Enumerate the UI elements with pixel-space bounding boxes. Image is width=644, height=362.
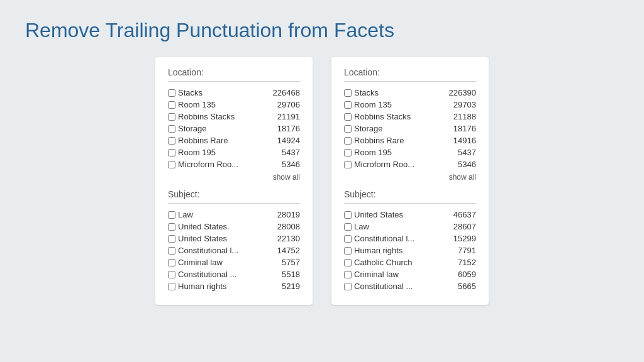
list-item: Criminal law6059 (344, 268, 476, 280)
list-item: Stacks226468 (168, 87, 300, 99)
list-item: Constitutional l...14752 (168, 244, 300, 256)
facet-name: Stacks (178, 88, 270, 97)
facet-count: 7791 (451, 246, 476, 255)
facet-checkbox[interactable] (344, 235, 352, 243)
facet-checkbox[interactable] (344, 211, 352, 219)
facet-count: 21188 (451, 112, 476, 121)
facet-count: 28607 (451, 222, 476, 231)
facet-name: Room 195 (178, 148, 272, 157)
facet-name: Constitutional ... (178, 270, 272, 279)
cards-container: Location: Stacks226468Room 13529706Robbi… (25, 57, 619, 305)
facet-checkbox[interactable] (168, 137, 175, 145)
facet-count: 5437 (275, 148, 300, 157)
list-item: Constitutional ...5518 (168, 268, 300, 280)
facet-checkbox[interactable] (344, 223, 352, 231)
facet-count: 5665 (451, 282, 476, 291)
subject-list-right: United States46637Law28607Constitutional… (344, 209, 476, 292)
facet-checkbox[interactable] (344, 137, 352, 145)
facet-name: Law (178, 210, 272, 219)
facet-checkbox[interactable] (168, 149, 175, 156)
facet-checkbox[interactable] (344, 283, 352, 290)
facet-count: 7152 (451, 258, 476, 267)
subject-list-left: Law28019United States.28008United States… (168, 209, 300, 292)
facet-count: 226390 (449, 88, 476, 97)
list-item: United States.28008 (168, 221, 300, 233)
location-list-right: Stacks226390Room 13529703Robbins Stacks2… (344, 87, 476, 170)
facet-checkbox[interactable] (344, 101, 352, 109)
facet-count: 15299 (451, 234, 476, 243)
facet-name: Robbins Rare (178, 136, 272, 145)
list-item: Constitutional l...15299 (344, 233, 476, 244)
facet-name: Robbins Rare (354, 136, 448, 145)
location-label-right: Location: (344, 67, 476, 82)
facet-checkbox[interactable] (344, 259, 352, 266)
list-item: Storage18176 (168, 123, 300, 134)
facet-checkbox[interactable] (344, 113, 352, 121)
facet-name: Constitutional l... (354, 234, 448, 243)
list-item: Criminal law5757 (168, 256, 300, 268)
facet-checkbox[interactable] (168, 223, 175, 231)
facet-name: Microform Roo... (354, 160, 448, 169)
facet-checkbox[interactable] (344, 247, 352, 255)
list-item: Room 13529703 (344, 99, 476, 111)
card-right: Location: Stacks226390Room 13529703Robbi… (331, 57, 489, 305)
facet-checkbox[interactable] (168, 259, 175, 266)
facet-count: 22130 (275, 234, 300, 243)
list-item: Robbins Rare14924 (168, 134, 300, 146)
facet-name: Human rights (178, 282, 272, 291)
facet-checkbox[interactable] (344, 125, 352, 133)
facet-name: Microform Roo... (178, 160, 272, 169)
list-item: Robbins Stacks21188 (344, 111, 476, 123)
facet-checkbox[interactable] (168, 161, 175, 168)
list-item: Storage18176 (344, 123, 476, 134)
facet-count: 18176 (451, 124, 476, 133)
facet-name: Robbins Stacks (354, 112, 448, 121)
facet-name: Room 135 (178, 100, 272, 109)
facet-count: 14924 (275, 136, 300, 145)
facet-count: 14916 (451, 136, 476, 145)
facet-checkbox[interactable] (168, 211, 175, 219)
facet-checkbox[interactable] (168, 101, 175, 109)
facet-count: 18176 (275, 124, 300, 133)
facet-name: Room 195 (354, 148, 448, 157)
list-item: Law28607 (344, 221, 476, 233)
facet-checkbox[interactable] (168, 247, 175, 255)
facet-checkbox[interactable] (168, 235, 175, 243)
list-item: Catholic Church7152 (344, 256, 476, 268)
facet-name: Storage (354, 124, 448, 133)
facet-count: 5437 (451, 148, 476, 157)
list-item: Room 1955437 (344, 146, 476, 158)
list-item: Room 1955437 (168, 146, 300, 158)
facet-name: Robbins Stacks (178, 112, 272, 121)
list-item: United States22130 (168, 233, 300, 244)
facet-checkbox[interactable] (168, 283, 175, 290)
facet-name: Criminal law (178, 258, 272, 267)
facet-checkbox[interactable] (344, 149, 352, 156)
facet-name: Catholic Church (354, 258, 448, 267)
facet-count: 28008 (275, 222, 300, 231)
facet-checkbox[interactable] (168, 125, 175, 133)
subject-label-right: Subject: (344, 189, 476, 204)
show-all-location-right[interactable]: show all (344, 173, 476, 182)
facet-count: 29706 (275, 100, 300, 109)
facet-name: Room 135 (354, 100, 448, 109)
facet-checkbox[interactable] (344, 161, 352, 168)
list-item: Human rights5219 (168, 280, 300, 292)
show-all-location-left[interactable]: show all (168, 173, 300, 182)
location-label-left: Location: (168, 67, 300, 82)
list-item: Room 13529706 (168, 99, 300, 111)
facet-checkbox[interactable] (168, 113, 175, 121)
facet-count: 14752 (275, 246, 300, 255)
facet-checkbox[interactable] (168, 271, 175, 278)
list-item: Microform Roo...5346 (168, 158, 300, 170)
facet-count: 5518 (275, 270, 300, 279)
card-left: Location: Stacks226468Room 13529706Robbi… (155, 57, 313, 305)
facet-name: United States (354, 210, 448, 219)
facet-checkbox[interactable] (344, 271, 352, 278)
facet-name: Stacks (354, 88, 447, 97)
facet-checkbox[interactable] (344, 89, 352, 97)
list-item: Stacks226390 (344, 87, 476, 99)
facet-count: 5346 (451, 160, 476, 169)
facet-name: Constitutional ... (354, 282, 448, 291)
facet-checkbox[interactable] (168, 89, 175, 97)
